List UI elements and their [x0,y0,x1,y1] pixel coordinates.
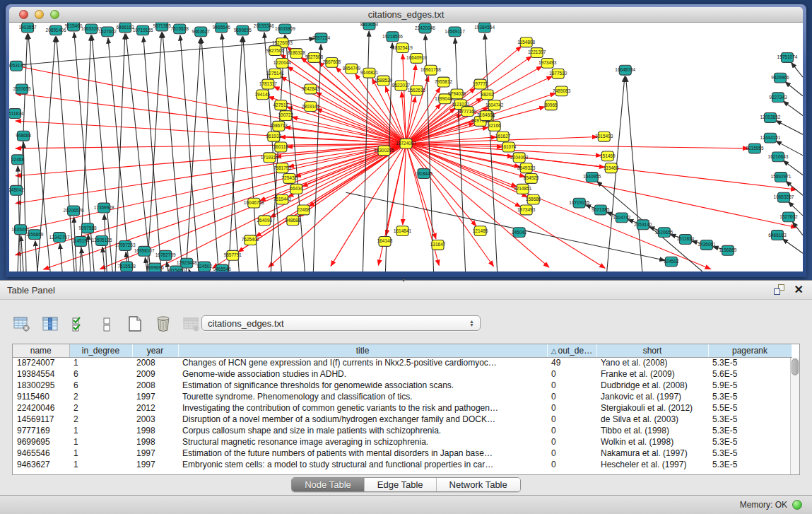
table-cell[interactable]: Dudbridge et al. (2008) [596,380,708,391]
graph-node[interactable]: 924502 [196,262,212,271]
graph-node[interactable]: 10653287 [774,192,794,202]
table-cell[interactable]: Nakamura et al. (1997) [596,448,708,459]
citation-edge-black[interactable] [782,239,803,253]
new-column-button[interactable] [126,315,144,333]
graph-node[interactable]: 16046758 [244,198,264,208]
table-cell[interactable]: 6 [69,368,132,380]
graph-node[interactable]: 427512 [273,100,289,110]
table-tabs-group[interactable]: Node TableEdge TableNetwork Table [291,477,521,492]
citation-edge-black[interactable] [792,62,803,77]
table-row[interactable]: 1938455462009Genome-wide association stu… [13,368,792,380]
graph-node[interactable]: 22468 [11,155,24,165]
table-cell[interactable]: 5.3E-5 [708,414,792,425]
citation-edge-black[interactable] [485,34,498,271]
graph-node[interactable]: 10719155 [569,198,589,208]
graph-node[interactable]: 66434 [290,184,302,194]
table-cell[interactable]: 0 [547,414,596,425]
table-cell[interactable]: 0 [547,391,596,402]
table-cell[interactable]: Franke et al. (2009) [596,368,708,380]
citation-edge-black[interactable] [607,76,625,271]
graph-node[interactable]: 948688 [286,216,301,226]
table-cell[interactable]: Embryonic stem cells: a model to study s… [178,459,547,470]
table-cell[interactable]: 1 [69,357,132,368]
column-header[interactable]: name [13,344,69,357]
citation-edge-black[interactable] [108,38,129,271]
graph-node[interactable]: 7515528 [118,262,136,271]
graph-node[interactable]: 7519443 [273,194,292,204]
graph-node[interactable]: 80965 [545,100,558,110]
table-cell[interactable]: Hescheler et al. (1997) [596,459,708,470]
graph-node[interactable]: 12444151 [760,133,781,143]
splitter-handle[interactable]: ▾ [400,278,407,283]
graph-node[interactable]: 2803144 [302,102,320,112]
citation-edge-red[interactable] [406,144,748,148]
graph-node[interactable]: 2053140 [634,220,652,230]
graph-node[interactable]: 32166 [488,121,501,131]
citation-edge-red[interactable] [269,144,406,267]
graph-node[interactable]: 115468 [604,163,619,173]
citation-edge-black[interactable] [80,35,91,271]
graph-node[interactable]: 18325419 [392,43,413,53]
graph-node[interactable]: 924502 [664,257,679,267]
table-cell[interactable]: 2 [69,414,132,425]
graph-node[interactable]: 197771 [473,79,488,89]
citation-edge-black[interactable] [180,35,199,271]
table-cell[interactable]: Corpus callosum shape and size in male p… [178,425,547,436]
citation-edge-black[interactable] [35,240,37,271]
graph-node[interactable]: 22420046 [415,23,435,33]
citation-edge-red[interactable] [406,64,416,144]
table-cell[interactable]: 19384554 [13,368,69,380]
graph-node[interactable]: 1154808 [517,37,535,47]
graph-node[interactable]: 854923 [524,174,539,184]
graph-node[interactable]: 194145 [254,90,270,100]
graph-node[interactable]: 16033809 [275,24,295,34]
graph-node[interactable]: 8186328 [288,49,306,59]
graph-node[interactable]: 1511834 [9,109,24,119]
graph-node[interactable]: 1877510 [549,69,567,78]
graph-node[interactable]: 7581793 [273,163,292,173]
citation-edge-red[interactable] [16,144,406,204]
table-cell[interactable]: Stergiakouli et al. (2012) [596,402,708,414]
table-cell[interactable]: Tibbo et al. (1998) [596,425,708,436]
citation-edge-black[interactable] [147,33,161,271]
table-cell[interactable]: 1997 [132,448,178,459]
graph-node[interactable]: 1973493 [517,205,536,215]
graph-node[interactable]: 9097588 [78,223,97,233]
graph-node[interactable]: 88202 [481,90,494,100]
graph-node[interactable]: 6466163 [768,230,787,240]
table-cell[interactable]: 5.3E-5 [708,357,792,368]
table-cell[interactable]: 22420046 [13,402,69,414]
graph-node[interactable]: 8549323 [517,163,536,173]
table-cell[interactable]: 1 [69,448,132,459]
table-cell[interactable]: 0 [547,436,596,448]
table-cell[interactable]: 0 [547,459,596,470]
graph-node[interactable]: 1511834 [676,235,694,245]
graph-node[interactable]: 131647 [430,240,446,250]
table-cell[interactable]: 1998 [132,425,178,436]
citation-edge-black[interactable] [81,247,83,271]
table-scrollbar-thumb[interactable] [792,358,799,375]
graph-node[interactable]: 1145194 [72,237,90,247]
graph-node[interactable]: 725432 [282,174,298,184]
table-cell[interactable]: 0 [547,425,596,436]
table-cell[interactable]: Estimation of significance thresholds fo… [178,380,547,391]
table-cell[interactable]: Tourette syndrome. Phenomenology and cla… [178,391,547,402]
graph-node[interactable]: 1221397 [528,48,546,58]
table-cell[interactable]: 2008 [132,357,178,368]
graph-node[interactable]: 151469 [600,151,616,161]
graph-node[interactable]: 1604742 [613,213,631,223]
graph-node[interactable]: 1527602 [779,212,798,222]
table-cell[interactable]: 18724007 [13,357,69,368]
table-cell[interactable]: Wolkin et al. (1998) [596,436,708,448]
graph-node[interactable]: 17359928 [94,203,114,213]
table-cell[interactable]: 1997 [132,391,178,402]
graph-node[interactable]: 360118 [273,142,289,152]
graph-node[interactable]: 16782759 [155,250,176,260]
graph-node[interactable]: 2520655 [655,228,673,238]
graph-node[interactable]: 9463627 [192,27,211,37]
graph-node[interactable]: 1604742 [486,100,504,110]
graph-node[interactable]: 121485 [473,226,488,236]
citation-edge-black[interactable] [776,121,803,135]
table-cell[interactable]: 1998 [132,436,178,448]
node-table-grid[interactable]: namein_degreeyeartitle△out_de…shortpager… [13,344,792,470]
